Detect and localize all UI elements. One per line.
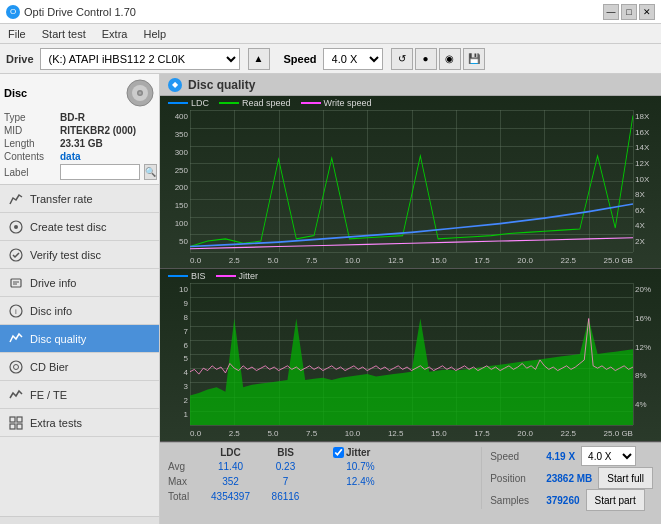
samples-row: Samples 379260 Start part [490,491,653,509]
start-full-button[interactable]: Start full [598,467,653,489]
chart2-y-axis-right: 20% 16% 12% 8% 4% [633,283,661,421]
label-search-button[interactable]: 🔍 [144,164,157,180]
max-ldc: 352 [203,476,258,487]
disc-mid-row: MID RITEKBR2 (000) [4,125,155,136]
disc-label-row: Label 🔍 [4,164,155,180]
total-label: Total [168,491,203,502]
disc-quality-icon [8,331,24,347]
minimize-button[interactable]: — [603,4,619,20]
sidebar-drive-info-label: Drive info [30,277,151,289]
avg-bis: 0.23 [258,461,313,472]
svg-marker-18 [190,319,633,426]
speed-select[interactable]: 4.0 X [323,48,383,70]
legend-read: Read speed [219,98,291,108]
svg-point-5 [14,225,18,229]
sidebar-transfer-label: Transfer rate [30,193,151,205]
chart1-svg [190,110,633,252]
bis-col-header: BIS [258,447,313,458]
sidebar-item-drive-info[interactable]: Drive info [0,269,159,297]
samples-label: Samples [490,495,540,506]
ldc-label: LDC [191,98,209,108]
legend-jitter: Jitter [216,271,259,281]
chart1-y-axis-right: 18X 16X 14X 12X 10X 8X 6X 4X 2X [633,110,661,248]
titlebar-title: Opti Drive Control 1.70 [24,6,136,18]
chart1-container: LDC Read speed Write speed 400 350 300 [160,96,661,269]
svg-rect-16 [10,424,15,429]
legend-ldc: LDC [168,98,209,108]
sidebar-item-verify-test-disc[interactable]: Verify test disc [0,241,159,269]
svg-rect-17 [17,424,22,429]
max-label: Max [168,476,203,487]
speed-icon-2[interactable]: ● [415,48,437,70]
disc-length-row: Length 23.31 GB [4,138,155,149]
sidebar-item-cd-bier[interactable]: CD Bier [0,353,159,381]
avg-jitter: 10.7% [333,461,388,472]
write-color [301,102,321,104]
speed-icons: ↺ ● ◉ 💾 [391,48,485,70]
speed-stat-select[interactable]: 4.0 X [581,446,636,466]
svg-rect-15 [17,417,22,422]
sidebar-verify-label: Verify test disc [30,249,151,261]
ldc-color [168,102,188,104]
titlebar-left: O Opti Drive Control 1.70 [6,5,136,19]
sidebar-create-label: Create test disc [30,221,151,233]
chart-icon [8,191,24,207]
disc-icon [125,78,155,108]
max-jitter: 12.4% [333,476,388,487]
sidebar-disc-quality-label: Disc quality [30,333,151,345]
disc-type-row: Type BD-R [4,112,155,123]
maximize-button[interactable]: □ [621,4,637,20]
chart1-x-axis: 0.0 2.5 5.0 7.5 10.0 12.5 15.0 17.5 20.0… [190,252,633,268]
save-button[interactable]: 💾 [463,48,485,70]
disc-label-label: Label [4,167,56,178]
disc-length-label: Length [4,138,56,149]
speed-icon-3[interactable]: ◉ [439,48,461,70]
menu-help[interactable]: Help [139,26,170,42]
right-panel: Speed 4.19 X 4.0 X Position 23862 MB Sta… [481,447,653,509]
drive-icons: ▲ [248,48,270,70]
sidebar-item-extra-tests[interactable]: Extra tests [0,409,159,437]
sidebar-fe-te-label: FE / TE [30,389,151,401]
menu-extra[interactable]: Extra [98,26,132,42]
speed-icon-1[interactable]: ↺ [391,48,413,70]
menubar: File Start test Extra Help [0,24,661,44]
disc-contents-label: Contents [4,151,56,162]
svg-point-12 [10,361,22,373]
drive-info-icon [8,275,24,291]
chart2-y-axis-left: 10 9 8 7 6 5 4 3 2 1 [160,283,190,421]
stats-section: LDC BIS Jitter Avg 11.40 0.23 10.7% [168,447,469,509]
sidebar-item-fe-te[interactable]: FE / TE [0,381,159,409]
chart2-container: BIS Jitter 10 9 8 7 6 5 4 3 [160,269,661,442]
verify-disc-icon [8,247,24,263]
stats-total-row: Total 4354397 86116 [168,489,469,504]
sidebar-cd-bier-label: CD Bier [30,361,151,373]
speed-label: Speed [284,53,317,65]
chart1-y-axis-left: 400 350 300 250 200 150 100 50 [160,110,190,248]
chart1-legend: LDC Read speed Write speed [168,98,371,108]
sidebar-item-create-test-disc[interactable]: Create test disc [0,213,159,241]
menu-start-test[interactable]: Start test [38,26,90,42]
start-part-button[interactable]: Start part [586,489,645,511]
sidebar-item-transfer-rate[interactable]: Transfer rate [0,185,159,213]
disc-label-input[interactable] [60,164,140,180]
sidebar-item-disc-info[interactable]: i Disc info [0,297,159,325]
svg-point-13 [14,364,19,369]
disc-mid-label: MID [4,125,56,136]
disc-panel-title: Disc [4,87,27,99]
disc-info-icon: i [8,303,24,319]
titlebar-controls: — □ ✕ [603,4,655,20]
sidebar-item-disc-quality[interactable]: Disc quality [0,325,159,353]
status-window-button[interactable]: Status window > > [0,516,159,524]
avg-ldc: 11.40 [203,461,258,472]
menu-file[interactable]: File [4,26,30,42]
sidebar-disc-info-label: Disc info [30,305,151,317]
drive-select[interactable]: (K:) ATAPI iHBS112 2 CL0K [40,48,240,70]
chart2-legend: BIS Jitter [168,271,258,281]
eject-button[interactable]: ▲ [248,48,270,70]
jitter-checkbox[interactable] [333,447,344,458]
quality-header: ◆ Disc quality [160,74,661,96]
disc-length-value: 23.31 GB [60,138,103,149]
svg-rect-7 [11,279,21,287]
disc-mid-value: RITEKBR2 (000) [60,125,136,136]
close-button[interactable]: ✕ [639,4,655,20]
